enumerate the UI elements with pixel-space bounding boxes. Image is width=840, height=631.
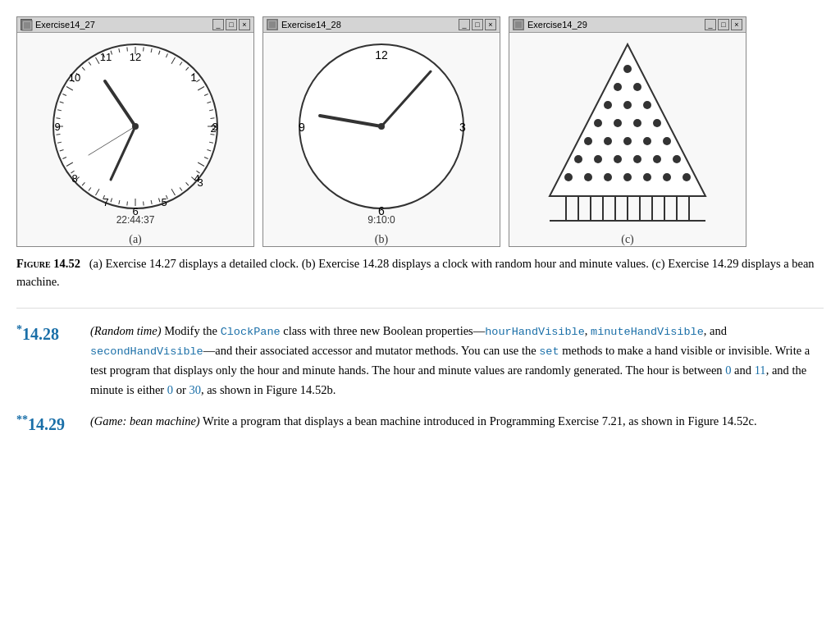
svg-text:12: 12: [130, 51, 141, 63]
figure-number-label: Figure 14.52: [16, 257, 80, 270]
window-title-1: Exercise14_27: [35, 20, 209, 30]
maximize-button-2[interactable]: □: [472, 19, 483, 30]
svg-point-112: [643, 101, 651, 109]
svg-text:7: 7: [103, 196, 108, 208]
exercise-stars-1429: **: [16, 414, 28, 426]
svg-point-128: [564, 173, 573, 181]
maximize-button-3[interactable]: □: [718, 19, 729, 30]
exercise-14-28: *14.28 (Random time) Modify the ClockPan…: [16, 322, 824, 400]
window-icon-3: [513, 19, 524, 30]
svg-text:4: 4: [194, 172, 199, 185]
code-minutehandvisible: minuteHandVisible: [591, 326, 704, 338]
svg-point-122: [574, 155, 582, 163]
figures-row: Exercise14_27 _ □ ×: [16, 16, 824, 247]
svg-point-134: [682, 173, 691, 181]
svg-line-34: [127, 201, 128, 205]
exercise-num-text-1429: 14.29: [28, 415, 65, 433]
svg-line-49: [57, 118, 61, 119]
window-exercise14-28: Exercise14_28 _ □ × 12 3 6 9: [262, 16, 500, 247]
window-controls-3[interactable]: _ □ ×: [705, 19, 742, 30]
svg-text:12: 12: [375, 48, 388, 62]
svg-point-125: [633, 155, 641, 163]
svg-point-107: [623, 65, 632, 73]
detailed-clock-svg: 12 1 2 3 3 4 5 6 7 8 9 10 11: [33, 36, 238, 225]
svg-text:5: 5: [161, 196, 167, 208]
svg-point-126: [653, 155, 661, 163]
exercise-14-29: **14.29 (Game: bean machine) Write a pro…: [16, 412, 824, 436]
svg-point-121: [663, 137, 671, 145]
svg-point-117: [584, 137, 592, 145]
titlebar-3: Exercise14_29 _ □ ×: [509, 17, 746, 33]
close-button-3[interactable]: ×: [731, 19, 742, 30]
window-controls-1[interactable]: _ □ ×: [212, 19, 250, 30]
svg-text:22:44:37: 22:44:37: [116, 214, 155, 225]
simple-clock-svg: 12 3 6 9 9:10:0: [279, 36, 484, 225]
code-clockpane: ClockPane: [221, 326, 281, 338]
svg-text:9: 9: [299, 121, 305, 134]
figure-label-text: Figure 14.52: [16, 257, 80, 270]
svg-text:1: 1: [190, 71, 196, 84]
svg-point-130: [604, 173, 612, 181]
window-controls-2[interactable]: _ □ ×: [459, 19, 496, 30]
svg-rect-93: [515, 21, 522, 28]
svg-text:11: 11: [100, 51, 112, 63]
svg-point-109: [633, 83, 641, 91]
svg-text:8: 8: [71, 172, 77, 185]
minimize-button-1[interactable]: _: [212, 19, 224, 30]
svg-point-124: [614, 155, 622, 163]
figure-caption-text: (a) Exercise 14.27 displays a detailed c…: [16, 257, 815, 288]
exercise-number-1429: **14.29: [16, 412, 90, 436]
svg-rect-82: [269, 21, 276, 28]
bean-machine-content: [509, 33, 746, 228]
svg-point-119: [623, 137, 632, 145]
svg-rect-1: [24, 22, 30, 29]
minimize-button-2[interactable]: _: [459, 19, 470, 30]
exercise-section: *14.28 (Random time) Modify the ClockPan…: [16, 322, 824, 436]
maximize-button-1[interactable]: □: [226, 19, 237, 30]
window-title-2: Exercise14_28: [281, 20, 455, 30]
code-hourhandvisible: hourHandVisible: [485, 326, 585, 338]
window-exercise14-29: Exercise14_29 _ □ ×: [509, 16, 746, 247]
svg-point-90: [378, 123, 385, 130]
code-secondhandvisible: secondHandVisible: [90, 345, 203, 358]
svg-point-123: [594, 155, 602, 163]
svg-point-127: [673, 155, 681, 163]
exercise-body-1429: (Game: bean machine) Write a program tha…: [90, 412, 824, 432]
bean-machine-svg: [525, 36, 730, 225]
close-button-1[interactable]: ×: [239, 19, 250, 30]
svg-line-4: [144, 48, 144, 52]
svg-point-131: [623, 173, 632, 181]
window-title-3: Exercise14_29: [527, 20, 701, 30]
window-icon-2: [267, 19, 278, 30]
svg-point-79: [132, 123, 139, 130]
svg-point-116: [653, 119, 661, 127]
svg-point-129: [584, 173, 592, 181]
svg-point-114: [614, 119, 622, 127]
svg-point-110: [604, 101, 612, 109]
num-0-b: 0: [167, 383, 173, 396]
svg-point-115: [633, 119, 641, 127]
clock-content-1: 12 1 2 3 3 4 5 6 7 8 9 10 11: [17, 33, 253, 228]
svg-text:3: 3: [459, 121, 466, 134]
svg-line-62: [127, 48, 128, 52]
exercise-body-1428: (Random time) Modify the ClockPane class…: [90, 322, 824, 400]
close-button-2[interactable]: ×: [485, 19, 496, 30]
window-icon-1: [21, 19, 32, 30]
svg-line-47: [57, 135, 61, 135]
num-0-a: 0: [725, 364, 731, 377]
svg-point-120: [643, 137, 651, 145]
exercise-stars-1428: *: [16, 323, 22, 336]
svg-text:10: 10: [69, 71, 80, 84]
svg-point-132: [643, 173, 651, 181]
svg-text:3: 3: [212, 121, 217, 133]
figure-label-a: (a): [17, 233, 253, 246]
svg-point-111: [623, 101, 632, 109]
figure-label-b: (b): [263, 233, 500, 246]
window-exercise14-27: Exercise14_27 _ □ ×: [16, 16, 254, 247]
exercise-intro-1429: (Game: bean machine): [90, 414, 200, 428]
minimize-button-3[interactable]: _: [705, 19, 716, 30]
num-30: 30: [189, 383, 201, 396]
svg-point-118: [604, 137, 612, 145]
svg-line-32: [144, 201, 144, 205]
titlebar-1: Exercise14_27 _ □ ×: [17, 17, 253, 33]
